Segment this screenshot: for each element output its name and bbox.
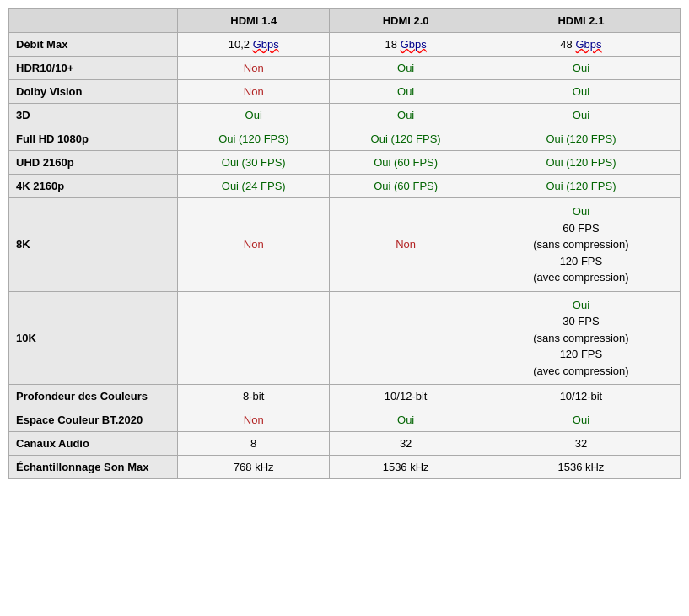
table-cell: 10/12-bit (330, 385, 482, 408)
row-label: Espace Couleur BT.2020 (9, 408, 178, 432)
header-hdmi14: HDMI 1.4 (178, 9, 330, 33)
table-cell: 10/12-bit (482, 385, 680, 408)
table-cell: 32 (330, 432, 482, 456)
row-label: UHD 2160p (9, 151, 178, 175)
table-cell (178, 291, 330, 385)
header-feature (9, 9, 178, 33)
table-cell: Oui (330, 408, 482, 432)
table-cell: Non (178, 57, 330, 80)
table-cell: Non (178, 408, 330, 432)
table-cell: Oui30 FPS(sans compression)120 FPS(avec … (482, 291, 680, 385)
row-label: 10K (9, 291, 178, 385)
row-label: HDR10/10+ (9, 57, 178, 80)
table-cell (330, 291, 482, 385)
table-cell: 18 Gbps (330, 33, 482, 57)
row-label: Profondeur des Couleurs (9, 385, 178, 408)
table-cell: Oui (120 FPS) (330, 127, 482, 151)
table-cell: Oui60 FPS(sans compression)120 FPS(avec … (482, 198, 680, 292)
row-label: 4K 2160p (9, 175, 178, 198)
row-label: Débit Max (9, 33, 178, 57)
table-cell: Oui (482, 80, 680, 104)
comparison-table: HDMI 1.4 HDMI 2.0 HDMI 2.1 Débit Max10,2… (8, 8, 681, 479)
table-cell: 8-bit (178, 385, 330, 408)
table-cell: 48 Gbps (482, 33, 680, 57)
table-cell: Oui (482, 408, 680, 432)
table-cell: Oui (120 FPS) (482, 151, 680, 175)
table-cell: Oui (482, 104, 680, 127)
table-cell: Oui (120 FPS) (482, 175, 680, 198)
table-cell: Oui (330, 57, 482, 80)
row-label: Full HD 1080p (9, 127, 178, 151)
table-cell: Oui (60 FPS) (330, 175, 482, 198)
table-cell: Oui (24 FPS) (178, 175, 330, 198)
table-cell: Oui (30 FPS) (178, 151, 330, 175)
table-cell: Oui (330, 80, 482, 104)
row-label: Canaux Audio (9, 432, 178, 456)
row-label: 3D (9, 104, 178, 127)
table-cell: 1536 kHz (330, 456, 482, 479)
table-cell: Non (178, 80, 330, 104)
row-label: Échantillonnage Son Max (9, 456, 178, 479)
header-hdmi21: HDMI 2.1 (482, 9, 680, 33)
table-cell: Oui (178, 104, 330, 127)
table-cell: Non (330, 198, 482, 292)
table-cell: Oui (60 FPS) (330, 151, 482, 175)
table-cell: 32 (482, 432, 680, 456)
table-cell: 1536 kHz (482, 456, 680, 479)
row-label: 8K (9, 198, 178, 292)
table-cell: Oui (120 FPS) (482, 127, 680, 151)
table-cell: 768 kHz (178, 456, 330, 479)
header-hdmi20: HDMI 2.0 (330, 9, 482, 33)
table-cell: Oui (482, 57, 680, 80)
table-cell: Non (178, 198, 330, 292)
table-cell: 8 (178, 432, 330, 456)
table-cell: Oui (120 FPS) (178, 127, 330, 151)
row-label: Dolby Vision (9, 80, 178, 104)
table-cell: 10,2 Gbps (178, 33, 330, 57)
table-cell: Oui (330, 104, 482, 127)
